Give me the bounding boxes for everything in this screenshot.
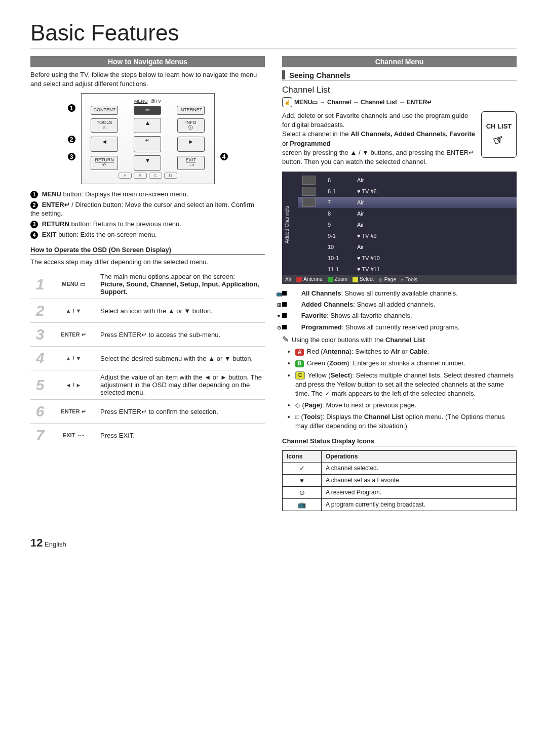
tv-footer-item: ⏍ Tools	[401, 277, 417, 282]
legend-icon: ⊞	[291, 302, 299, 308]
legend-icon: 📺	[291, 290, 299, 297]
color-button-item: A Red (Antenna): Switches to Air or Cabl…	[295, 347, 517, 356]
step-number: 3	[30, 323, 50, 347]
step-key: ENTER ↵	[50, 400, 97, 424]
channel-name: Air	[357, 211, 364, 217]
pointing-hand-icon: ☞	[491, 132, 506, 149]
status-icon-cell: ⊙	[283, 486, 322, 498]
step-text: Select the desired submenu with the ▲ or…	[97, 347, 265, 370]
seeing-channels-heading: Seeing Channels	[282, 70, 517, 81]
status-op-cell: A channel selected.	[322, 462, 517, 474]
step-text: Press EXIT.	[97, 424, 265, 447]
step-key: ◄ / ►	[50, 370, 97, 400]
step-number: 2	[30, 299, 50, 323]
status-table-header-icons: Icons	[283, 450, 322, 462]
channel-name: ♥ TV #11	[357, 266, 380, 272]
annot-3: 3	[68, 153, 75, 160]
btn-down: ▼	[134, 155, 161, 171]
status-table-header-operations: Operations	[322, 450, 517, 462]
btn-menu-icon: ▭	[134, 106, 161, 115]
page-title: Basic Features	[30, 20, 517, 49]
status-icons-table: Icons Operations ✓A channel selected.♥A …	[282, 450, 517, 511]
tv-channel-row: 9Air	[298, 219, 517, 230]
status-icon-cell: ✓	[283, 462, 322, 474]
step-number: 7	[30, 424, 50, 447]
tv-footer-source: Air	[285, 277, 291, 282]
status-op-cell: A program currently being broadcast.	[322, 498, 517, 511]
btn-tools: TOOLS⏍	[91, 118, 118, 133]
legend-icon: ⊙	[291, 324, 299, 331]
channel-name: ♥ TV #10	[357, 255, 380, 261]
channel-name: Air	[357, 199, 364, 205]
ch-list-button-graphic: CH LIST ☞	[481, 111, 517, 158]
section-how-to-navigate: How to Navigate Menus	[30, 56, 265, 67]
color-buttons-list: A Red (Antenna): Switches to Air or Cabl…	[282, 347, 517, 431]
tv-side-label: Added Channels	[284, 206, 290, 243]
label-menu: MENU	[134, 99, 148, 104]
channel-thumbnail	[302, 198, 316, 207]
step-number: 1	[30, 270, 50, 299]
step-text: Press ENTER↵ to access the sub-menu.	[97, 323, 265, 347]
color-button-item: C Yellow (Select): Selects multiple chan…	[295, 371, 517, 399]
step-key: ▲ / ▼	[50, 299, 97, 323]
channel-number: 10-1	[328, 255, 345, 261]
tv-channel-row: 9-1♥ TV #9	[298, 230, 517, 241]
color-tag-icon: A	[295, 349, 304, 356]
channel-name: Air	[357, 177, 364, 183]
pencil-icon: ✎	[282, 334, 289, 345]
channel-number: 6-1	[328, 188, 345, 194]
tv-footer-item: Select	[353, 276, 374, 282]
channel-number: 7	[328, 199, 345, 205]
tv-footer-item: Zoom	[328, 276, 348, 282]
tv-channel-row: 6Air	[298, 175, 517, 186]
color-tag-icon: C	[295, 371, 305, 380]
status-op-cell: A channel set as a Favorite.	[322, 474, 517, 486]
tv-footer-bar: AirAntennaZoomSelect◇ Page⏍ Tools	[282, 275, 517, 284]
tv-footer-item: ◇ Page	[379, 277, 396, 282]
step-number: 5	[30, 370, 50, 400]
section-channel-menu: Channel Menu	[282, 56, 517, 67]
osd-steps-table: 1MENU ▭The main menu options appear on t…	[30, 270, 265, 447]
step-key: EXIT →▪	[50, 424, 97, 447]
step-number: 6	[30, 400, 50, 424]
step-key: ▲ / ▼	[50, 347, 97, 370]
annot-2: 2	[68, 136, 75, 143]
channel-number: 11-1	[328, 266, 345, 272]
page-number: 12 English	[30, 536, 517, 550]
btn-left: ◄	[91, 137, 118, 152]
tv-footer-item: Antenna	[296, 276, 322, 282]
channel-number: 10	[328, 244, 345, 250]
btn-info: INFOⓘ	[177, 118, 205, 133]
btn-content: CONTENT	[91, 106, 118, 115]
color-buttons-note: ✎ Using the color buttons with the Chann…	[282, 334, 517, 345]
status-op-cell: A reserved Program.	[322, 486, 517, 498]
status-icon-cell: ♥	[283, 474, 322, 486]
channel-number: 9-1	[328, 233, 345, 239]
remote-legend: 1 MENU MENU button: Displays the main on…	[30, 190, 265, 239]
status-icons-heading: Channel Status Display Icons	[282, 437, 517, 446]
color-tag-icon: B	[295, 360, 304, 367]
channel-number: 6	[328, 177, 345, 183]
legend-icon: ♥	[291, 313, 299, 319]
tv-channel-row: 6-1♥ TV #6	[298, 186, 517, 197]
btn-return: RETURN↶	[91, 156, 118, 170]
how-operate-osd-heading: How to Operate the OSD (On Screen Displa…	[30, 246, 265, 255]
color-button-item: ◇ (Page): Move to next or previous page.	[295, 401, 517, 410]
channel-name: Air	[357, 222, 364, 228]
btn-exit: EXIT→▪	[177, 156, 205, 170]
step-key: MENU ▭	[50, 270, 97, 299]
label-at-tv: @TV	[150, 99, 161, 104]
menu-path-icon: ☝	[282, 97, 292, 107]
channel-number: 9	[328, 222, 345, 228]
channel-name: ♥ TV #9	[357, 233, 377, 239]
btn-up: ▲	[134, 118, 161, 133]
channel-list-heading: Channel List	[282, 85, 517, 95]
step-text: The main menu options appear on the scre…	[97, 270, 265, 299]
color-button-item: ⏍ (Tools): Displays the Channel List opt…	[295, 412, 517, 431]
channel-type-legend: 📺 All Channels: Shows all currently avai…	[282, 289, 517, 332]
channel-name: ♥ TV #6	[357, 188, 377, 194]
menu-path: ☝ MENU▭ → Channel → Channel List → ENTER…	[282, 97, 517, 107]
annot-1: 1	[68, 104, 75, 112]
channel-name: Air	[357, 244, 364, 250]
step-text: Press ENTER↵ to confirm the selection.	[97, 400, 265, 424]
